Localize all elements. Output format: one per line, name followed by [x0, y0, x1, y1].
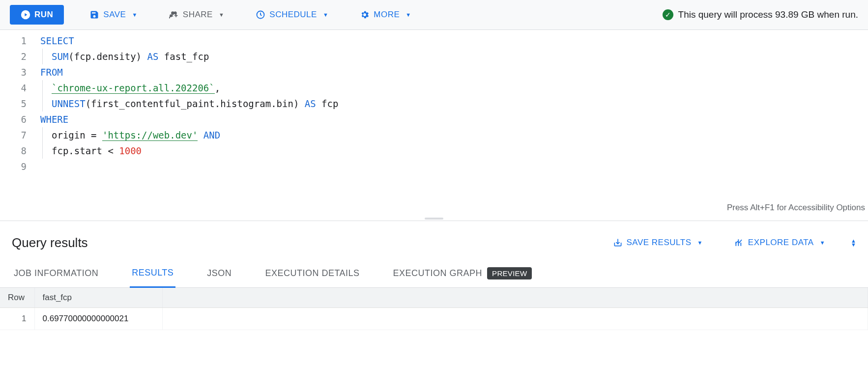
tab-json[interactable]: JSON — [205, 259, 233, 287]
run-button[interactable]: RUN — [10, 5, 64, 25]
tab-job-information[interactable]: JOB INFORMATION — [12, 259, 100, 287]
col-empty — [162, 288, 868, 308]
results-title: Query results — [12, 235, 88, 251]
kw-select: SELECT — [40, 35, 74, 46]
chevron-down-icon: ▼ — [323, 12, 328, 18]
cell-fast-fcp: 0.69770000000000021 — [34, 308, 162, 330]
more-button[interactable]: MORE ▼ — [354, 6, 417, 24]
tab-results[interactable]: RESULTS — [130, 259, 175, 288]
save-label: SAVE — [103, 10, 126, 20]
line-gutter: 123456789 — [0, 33, 34, 217]
download-icon — [613, 238, 623, 248]
save-button[interactable]: SAVE ▼ — [84, 6, 143, 24]
save-results-button[interactable]: SAVE RESULTS ▼ — [607, 234, 709, 251]
toolbar: RUN SAVE ▼ SHARE ▼ SCHEDULE ▼ MORE ▼ ✓ T… — [0, 0, 868, 30]
code-area[interactable]: SELECT SUM(fcp.density) AS fast_fcp FROM… — [34, 33, 868, 217]
tab-execution-graph[interactable]: EXECUTION GRAPH PREVIEW — [391, 259, 534, 287]
status-text: This query will process 93.89 GB when ru… — [678, 9, 858, 20]
chevron-down-icon: ▼ — [851, 243, 856, 247]
schedule-label: SCHEDULE — [269, 10, 317, 20]
tab-execution-details[interactable]: EXECUTION DETAILS — [263, 259, 361, 287]
chevron-down-icon: ▼ — [405, 12, 411, 18]
fn-unnest: UNNEST — [52, 98, 86, 109]
kw-where: WHERE — [40, 114, 68, 125]
chevron-down-icon: ▼ — [820, 240, 825, 246]
str-origin: 'https://web.dev' — [102, 130, 198, 141]
sql-editor[interactable]: 123456789 SELECT SUM(fcp.density) AS fas… — [0, 30, 868, 217]
chevron-down-icon: ▼ — [219, 12, 224, 18]
clock-icon — [256, 10, 265, 20]
col-fast-fcp: fast_fcp — [34, 288, 162, 308]
cell-row-num: 1 — [0, 308, 34, 330]
share-label: SHARE — [183, 10, 213, 20]
schedule-button[interactable]: SCHEDULE ▼ — [250, 6, 334, 24]
svg-point-1 — [171, 11, 174, 15]
chevron-down-icon: ▼ — [697, 240, 702, 246]
a11y-hint: Press Alt+F1 for Accessibility Options — [727, 200, 865, 216]
expand-collapse-toggle[interactable]: ▲ ▼ — [851, 239, 856, 247]
query-status: ✓ This query will process 93.89 GB when … — [663, 9, 858, 20]
results-tabs: JOB INFORMATION RESULTS JSON EXECUTION D… — [0, 259, 868, 288]
save-icon — [89, 10, 99, 20]
more-label: MORE — [374, 10, 400, 20]
chevron-down-icon: ▼ — [132, 12, 137, 18]
save-results-label: SAVE RESULTS — [627, 238, 692, 248]
col-row: Row — [0, 288, 34, 308]
gear-icon — [360, 10, 370, 20]
table-ref: `chrome-ux-report.all.202206` — [52, 83, 215, 94]
preview-badge: PREVIEW — [487, 267, 532, 279]
share-icon — [169, 10, 179, 20]
play-icon — [21, 10, 30, 20]
num-threshold: 1000 — [119, 145, 142, 156]
chart-icon — [734, 238, 744, 248]
explore-data-button[interactable]: EXPLORE DATA ▼ — [728, 234, 831, 251]
fn-sum: SUM — [52, 51, 68, 62]
run-label: RUN — [34, 10, 53, 20]
explore-data-label: EXPLORE DATA — [748, 238, 814, 248]
results-header: Query results SAVE RESULTS ▼ EXPLORE DAT… — [0, 221, 868, 259]
results-table: Row fast_fcp 1 0.69770000000000021 — [0, 288, 868, 330]
table-row[interactable]: 1 0.69770000000000021 — [0, 308, 868, 330]
share-button[interactable]: SHARE ▼ — [163, 6, 230, 24]
pane-resize-handle[interactable] — [0, 217, 868, 221]
kw-from: FROM — [40, 67, 63, 78]
check-icon: ✓ — [663, 9, 673, 20]
table-header-row: Row fast_fcp — [0, 288, 868, 308]
